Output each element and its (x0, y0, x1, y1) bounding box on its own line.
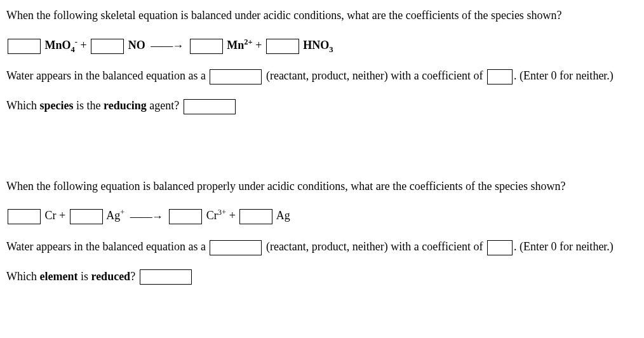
q2-water-line: Water appears in the balanced equation a… (6, 238, 638, 256)
q2-species-1: Cr (45, 209, 57, 222)
q2-water-text-c: . (Enter 0 for neither.) (514, 240, 614, 253)
q1-arrow: ——→ (151, 37, 183, 55)
q2-coef-4[interactable] (239, 209, 272, 224)
q1-species-2: NO (128, 39, 145, 51)
q2-which-a: Which (6, 270, 39, 283)
q1-species-3: Mn2+ (227, 39, 252, 51)
q1-coef-3[interactable] (190, 39, 223, 54)
q2-water-text-a: Water appears in the balanced equation a… (6, 240, 206, 253)
q1-species-4: HNO3 (303, 39, 333, 51)
q1-which-species: species (39, 99, 73, 112)
q1-water-role-input[interactable] (210, 69, 262, 84)
q2-equation: Cr + Ag+ ——→ Cr3+ + Ag (6, 206, 638, 226)
q2-prompt: When the following equation is balanced … (6, 177, 638, 196)
q1-water-coef-input[interactable] (487, 69, 513, 84)
q1-coef-2[interactable] (91, 39, 124, 54)
q2-water-text-b: (reactant, product, neither) with a coef… (266, 240, 483, 253)
q2-reduced-element-input[interactable] (140, 269, 192, 285)
q2-which-reduced: reduced (91, 270, 130, 283)
q2-which-c: ? (130, 270, 135, 283)
q1-species-1: MnO4- (45, 39, 78, 51)
q1-prompt: When the following skeletal equation is … (6, 6, 638, 25)
q1-equation: MnO4- + NO ——→ Mn2+ + HNO3 (6, 36, 638, 55)
q2-which-b: is (77, 270, 91, 283)
q2-water-coef-input[interactable] (487, 240, 513, 255)
q1-which-line: Which species is the reducing agent? (6, 97, 638, 115)
q1-which-b: is the (73, 99, 104, 112)
q1-plus-1: + (81, 39, 87, 51)
q1-coef-1[interactable] (8, 39, 41, 54)
q2-species-2: Ag+ (106, 209, 124, 222)
q2-which-element: element (39, 270, 77, 283)
q1-which-c: agent? (147, 99, 179, 112)
q2-coef-2[interactable] (70, 209, 103, 224)
q2-which-line: Which element is reduced? (6, 267, 638, 286)
q1-water-text-c: . (Enter 0 for neither.) (514, 69, 614, 82)
q2-arrow: ——→ (130, 208, 163, 226)
q1-reducing-agent-input[interactable] (184, 99, 236, 114)
q2-species-3: Cr3+ (206, 209, 226, 222)
q1-water-text-a: Water appears in the balanced equation a… (6, 69, 206, 82)
q1-water-line: Water appears in the balanced equation a… (6, 67, 638, 85)
q1-which-a: Which (6, 99, 39, 112)
q2-water-role-input[interactable] (210, 240, 262, 255)
q1-water-text-b: (reactant, product, neither) with a coef… (266, 69, 483, 82)
q2-plus-2: + (229, 209, 236, 222)
q2-plus-1: + (59, 209, 65, 222)
q1-coef-4[interactable] (266, 39, 299, 54)
q2-coef-1[interactable] (8, 209, 41, 224)
q1-plus-2: + (255, 39, 262, 51)
q2-coef-3[interactable] (169, 209, 202, 224)
q1-which-reducing: reducing (104, 99, 147, 112)
q2-species-4: Ag (276, 209, 290, 222)
